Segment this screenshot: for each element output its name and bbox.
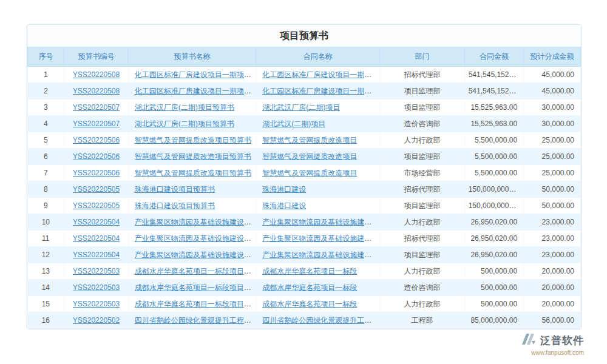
budget-name-link[interactable]: 化工园区标准厂房建设项目一期项目预算书 [135,87,256,95]
cell-amount: 26,950,020.00 [464,214,523,231]
cell-name: 成都水岸华庭名苑项目一标段项目预算书 [128,280,256,296]
contract-name-link[interactable]: 成都水岸华庭名苑项目一标段 [262,300,357,308]
budget-code-link[interactable]: YSS20220506 [73,152,120,161]
cell-contract: 珠海港口建设 [256,198,380,214]
budget-code-link[interactable]: YSS20220504 [73,234,120,243]
budget-code-link[interactable]: YSS20220507 [73,103,120,112]
table-row: 9YSS20220505珠海港口建设项目预算书珠海港口建设项目监理部150,00… [28,198,581,214]
header-row: 序号预算书编号预算书名称合同名称部门合同金额预计分成金额 [28,47,581,67]
contract-name-link[interactable]: 成都水岸华庭名苑项目一标段 [262,283,357,292]
cell-share: 25,000.00 [524,149,581,165]
contract-name-link[interactable]: 成都水岸华庭名苑项目一标段 [262,267,357,275]
cell-name: 湖北武汉厂房(二期)项目预算书 [128,116,256,132]
cell-dept: 人力行政部 [380,214,464,231]
budget-code-link[interactable]: YSS20220503 [73,283,120,292]
contract-name-link[interactable]: 四川省鹅岭公园绿化景观提升工程施工 [262,316,380,325]
cell-contract: 智慧燃气及管网提质改造项目 [256,165,380,181]
budget-name-link[interactable]: 成都水岸华庭名苑项目一标段项目预算书 [135,300,256,308]
contract-name-link[interactable]: 智慧燃气及管网提质改造项目 [262,136,357,144]
budget-name-link[interactable]: 智慧燃气及管网提质改造项目预算书 [135,136,251,144]
cell-no: 2 [28,83,64,99]
cell-share: 23,000.00 [524,247,581,263]
budget-name-link[interactable]: 四川省鹅岭公园绿化景观提升工程施工预... [135,316,256,325]
cell-contract: 湖北武汉(二期)项目 [256,116,380,132]
budget-name-link[interactable]: 产业集聚区物流园及基础设施建设（二期... [135,218,256,226]
contract-name-link[interactable]: 产业集聚区物流园及基础设施建设（二期... [262,251,380,259]
budget-name-link[interactable]: 产业集聚区物流园及基础设施建设（二期... [135,234,256,243]
cell-dept: 项目监理部 [380,247,464,263]
cell-dept: 招标代理部 [380,67,464,83]
cell-share: 25,000.00 [524,165,581,181]
table-row: 10YSS20220504产业集聚区物流园及基础设施建设（二期...产业集聚区物… [28,214,581,231]
contract-name-link[interactable]: 化工园区标准厂房建设项目一期项目 [262,70,379,79]
cell-name: 产业集聚区物流园及基础设施建设（二期... [128,214,256,231]
cell-contract: 成都水岸华庭名苑项目一标段 [256,280,380,296]
budget-name-link[interactable]: 湖北武汉厂房(二期)项目预算书 [135,103,234,112]
contract-name-link[interactable]: 珠海港口建设 [262,201,306,210]
budget-name-link[interactable]: 珠海港口建设项目预算书 [135,185,215,194]
cell-no: 12 [28,247,64,263]
cell-share: 20,000.00 [524,296,581,312]
table-row: 6YSS20220506智慧燃气及管网提质改造项目预算书智慧燃气及管网提质改造项… [28,149,581,165]
budget-code-link[interactable]: YSS20220506 [73,169,120,177]
cell-contract: 智慧燃气及管网提质改造项目 [256,132,380,149]
column-header-name: 预算书名称 [128,47,256,67]
budget-code-link[interactable]: YSS20220504 [73,218,120,226]
budget-code-link[interactable]: YSS20220505 [73,201,120,210]
budget-code-link[interactable]: YSS20220503 [73,267,120,275]
cell-amount: 541,545,152.00 [464,67,523,83]
budget-code-link[interactable]: YSS20220506 [73,136,120,144]
brand-url[interactable]: www.fanpusoft.com [475,349,584,356]
budget-name-link[interactable]: 珠海港口建设项目预算书 [135,201,215,210]
cell-code: YSS20220504 [64,231,129,247]
column-header-dept: 部门 [380,47,464,67]
table-row: 15YSS20220503成都水岸华庭名苑项目一标段项目预算书成都水岸华庭名苑项… [28,296,581,312]
budget-code-link[interactable]: YSS20220508 [73,87,120,95]
cell-no: 8 [28,181,64,198]
contract-name-link[interactable]: 产业集聚区物流园及基础设施建设（二期... [262,234,380,243]
cell-amount: 500,000.00 [464,263,523,280]
contract-name-link[interactable]: 智慧燃气及管网提质改造项目 [262,152,357,161]
cell-no: 14 [28,280,64,296]
cell-share: 20,000.00 [524,280,581,296]
contract-name-link[interactable]: 产业集聚区物流园及基础设施建设（二期... [262,218,380,226]
budget-name-link[interactable]: 化工园区标准厂房建设项目一期项目预算书 [135,70,256,79]
budget-name-link[interactable]: 成都水岸华庭名苑项目一标段项目预算书 [135,267,256,275]
cell-name: 四川省鹅岭公园绿化景观提升工程施工预... [128,312,256,329]
cell-contract: 产业集聚区物流园及基础设施建设（二期... [256,247,380,263]
cell-share: 56,000.00 [524,312,581,329]
budget-code-link[interactable]: YSS20220508 [73,70,120,79]
cell-name: 湖北武汉厂房(二期)项目预算书 [128,99,256,116]
budget-code-link[interactable]: YSS20220503 [73,300,120,308]
cell-code: YSS20220503 [64,263,129,280]
budget-code-link[interactable]: YSS20220505 [73,185,120,194]
budget-name-link[interactable]: 智慧燃气及管网提质改造项目预算书 [135,152,251,161]
cell-amount: 541,545,152.00 [464,83,523,99]
brand-name[interactable]: 泛普软件 [540,334,584,348]
contract-name-link[interactable]: 湖北武汉(二期)项目 [262,120,325,128]
budget-name-link[interactable]: 产业集聚区物流园及基础设施建设（二期... [135,251,256,259]
table-row: 3YSS20220507湖北武汉厂房(二期)项目预算书湖北武汉厂房(二期)项目项… [28,99,581,116]
table-body: 1YSS20220508化工园区标准厂房建设项目一期项目预算书化工园区标准厂房建… [28,67,581,329]
budget-name-link[interactable]: 成都水岸华庭名苑项目一标段项目预算书 [135,283,256,292]
budget-name-link[interactable]: 湖北武汉厂房(二期)项目预算书 [135,120,234,128]
cell-amount: 150,000,000.00 [464,198,523,214]
cell-no: 1 [28,67,64,83]
cell-no: 6 [28,149,64,165]
contract-name-link[interactable]: 化工园区标准厂房建设项目一期项目 [262,87,379,95]
cell-code: YSS20220503 [64,280,129,296]
cell-dept: 招标代理部 [380,181,464,198]
budget-name-link[interactable]: 智慧燃气及管网提质改造项目预算书 [135,169,251,177]
cell-no: 4 [28,116,64,132]
contract-name-link[interactable]: 珠海港口建设 [262,185,306,194]
budget-code-link[interactable]: YSS20220507 [73,120,120,128]
contract-name-link[interactable]: 湖北武汉厂房(二期)项目 [262,103,340,112]
budget-code-link[interactable]: YSS20220504 [73,251,120,259]
budget-code-link[interactable]: YSS20220502 [73,316,120,325]
table-row: 5YSS20220506智慧燃气及管网提质改造项目预算书智慧燃气及管网提质改造项… [28,132,581,149]
contract-name-link[interactable]: 智慧燃气及管网提质改造项目 [262,169,357,177]
cell-dept: 工程部 [380,312,464,329]
table-row: 4YSS20220507湖北武汉厂房(二期)项目预算书湖北武汉(二期)项目造价咨… [28,116,581,132]
cell-dept: 项目监理部 [380,198,464,214]
cell-code: YSS20220507 [64,116,129,132]
